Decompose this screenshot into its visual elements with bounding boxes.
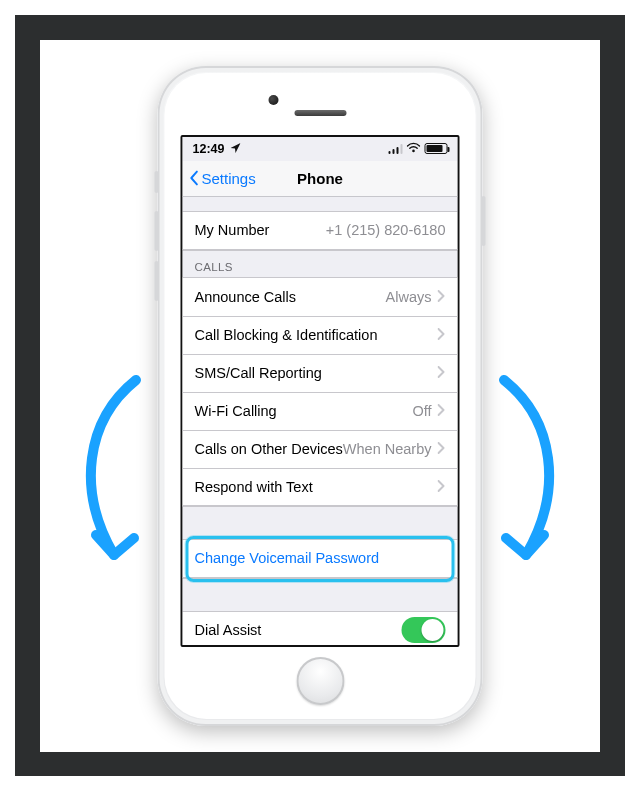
battery-icon [425, 143, 448, 154]
chevron-right-icon [438, 403, 446, 419]
cell-label: Announce Calls [195, 289, 297, 305]
cell-value: When Nearby [343, 441, 432, 457]
status-bar: 12:49 [183, 137, 458, 161]
chevron-right-icon [438, 365, 446, 381]
cell-announce-calls[interactable]: Announce Calls Always [183, 278, 458, 316]
cell-respond-with-text[interactable]: Respond with Text [183, 468, 458, 506]
chevron-right-icon [438, 479, 446, 495]
location-services-icon [230, 142, 240, 156]
cell-label: Call Blocking & Identification [195, 327, 378, 343]
cell-call-blocking[interactable]: Call Blocking & Identification [183, 316, 458, 354]
chevron-left-icon [189, 170, 201, 186]
section-header-calls: CALLS [183, 251, 458, 277]
wifi-icon [407, 142, 421, 156]
iphone-device-frame: 12:49 [158, 66, 483, 726]
front-camera [268, 95, 278, 105]
cell-value: +1 (215) 820-6180 [326, 222, 446, 238]
status-time: 12:49 [193, 142, 225, 156]
cell-label: SMS/Call Reporting [195, 365, 322, 381]
cell-change-voicemail-password[interactable]: Change Voicemail Password [183, 540, 458, 578]
silent-switch [155, 171, 159, 193]
cellular-signal-icon [388, 144, 403, 154]
cell-calls-on-other-devices[interactable]: Calls on Other Devices When Nearby [183, 430, 458, 468]
cell-my-number[interactable]: My Number +1 (215) 820-6180 [183, 212, 458, 250]
back-label: Settings [202, 170, 256, 187]
cell-label: Respond with Text [195, 479, 313, 495]
cell-wifi-calling[interactable]: Wi-Fi Calling Off [183, 392, 458, 430]
home-button[interactable] [296, 657, 344, 705]
cell-label: Change Voicemail Password [195, 550, 380, 566]
screen: 12:49 [181, 135, 460, 647]
chevron-right-icon [438, 441, 446, 457]
chevron-right-icon [438, 327, 446, 343]
dial-assist-toggle[interactable] [402, 617, 446, 643]
volume-down-button [155, 261, 159, 301]
cell-value: Always [386, 289, 432, 305]
cell-dial-assist[interactable]: Dial Assist [183, 612, 458, 647]
chevron-right-icon [438, 289, 446, 305]
nav-bar: Settings Phone [183, 161, 458, 197]
volume-up-button [155, 211, 159, 251]
earpiece-speaker [294, 110, 346, 116]
cell-label: Calls on Other Devices [195, 441, 343, 457]
cell-sms-call-reporting[interactable]: SMS/Call Reporting [183, 354, 458, 392]
power-button [482, 196, 486, 246]
cell-label: Dial Assist [195, 622, 262, 638]
back-button[interactable]: Settings [189, 170, 256, 187]
cell-label: Wi-Fi Calling [195, 403, 277, 419]
cell-value: Off [412, 403, 431, 419]
cell-label: My Number [195, 222, 270, 238]
